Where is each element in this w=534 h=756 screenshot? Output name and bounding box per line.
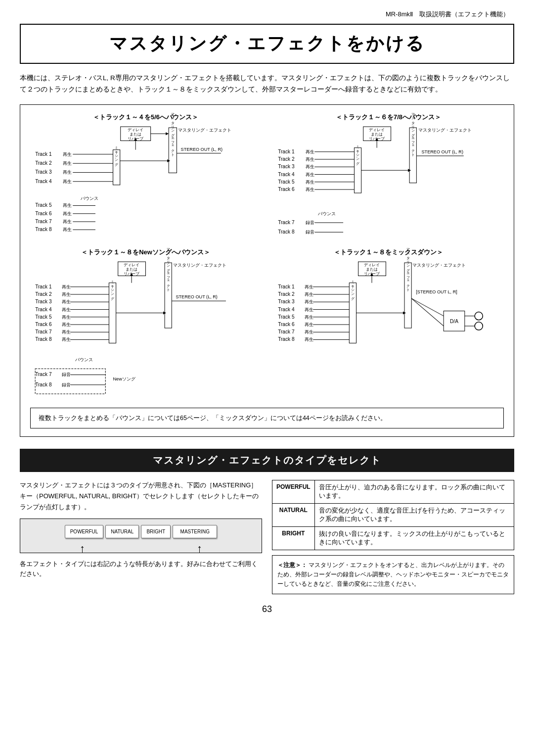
svg-text:Track 5: Track 5 [278,314,295,319]
svg-text:または: または [366,267,378,272]
svg-text:Track 5: Track 5 [35,314,52,319]
svg-text:Track 1: Track 1 [35,284,52,289]
svg-text:Track 5: Track 5 [278,179,295,185]
svg-text:Track 8: Track 8 [35,381,52,387]
keyboard-image: POWERFUL NATURAL BRIGHT MASTERING ↑ ↑ [20,519,262,553]
svg-text:Track 3: Track 3 [35,299,52,304]
svg-text:録音: 録音 [306,230,314,235]
svg-text:Track 8: Track 8 [35,336,52,342]
svg-text:ミキシング: ミキシング [115,144,119,166]
svg-text:再生: 再生 [305,330,313,334]
svg-text:Track 4: Track 4 [278,171,295,177]
natural-label: NATURAL [272,503,315,526]
svg-text:再生: 再生 [62,314,71,319]
diagram-2: ＜トラック１～６を7/8へバウンス＞ ディレイ または リバーブ マスタリング・… [273,113,504,248]
effect-row-powerful: POWERFUL 音圧が上がり、迫力のある音になります。ロック系の曲に向いていま… [272,480,514,503]
svg-text:Track 7: Track 7 [35,329,52,334]
mastering-key[interactable]: MASTERING [173,525,217,538]
svg-marker-6 [166,132,169,135]
diagram-4-svg: ディレイ または リバーブ マスタリング・エフェクト マスタリングエフェクト T… [273,261,504,401]
mastering-arrows: ↑ ↑ [26,539,256,553]
svg-text:再生: 再生 [63,179,72,184]
svg-text:マスタリングエフェクト: マスタリングエフェクト [406,246,410,291]
bright-desc: 抜けの良い音になります。ミックスの仕上がりがこもっているときに向いています。 [314,526,514,550]
note-box: ＜注意＞： マスタリング・エフェクトをオンすると、出力レベルが上がります。そのた… [272,555,514,595]
svg-text:STEREO OUT (L, R): STEREO OUT (L, R) [176,294,218,299]
svg-text:ミキシング: ミキシング [356,143,360,165]
effect-row-natural: NATURAL 音の変化が少なく、適度な音圧上げを行うため、アコースティック系の… [272,503,514,526]
svg-text:マスタリング・エフェクト: マスタリング・エフェクト [173,263,226,268]
mastering-section-title: マスタリング・エフェクトのタイプをセレクト [153,455,381,466]
svg-text:マスタリングエフェクト: マスタリングエフェクト [171,111,175,156]
svg-text:再生: 再生 [63,161,72,166]
svg-text:再生: 再生 [62,322,71,327]
diagram-2-svg: ディレイ または リバーブ マスタリング・エフェクト マスタリングエフェクト T… [273,126,504,246]
svg-point-171 [475,322,483,330]
effect-table: POWERFUL 音圧が上がり、迫力のある音になります。ロック系の曲に向いていま… [272,480,514,550]
svg-text:バウンス: バウンス [75,357,93,362]
svg-text:再生: 再生 [63,170,72,175]
powerful-desc: 音圧が上がり、迫力のある音になります。ロック系の曲に向いています。 [314,480,514,503]
svg-line-172 [411,298,444,316]
svg-text:再生: 再生 [63,219,72,224]
diagram-4: ＜トラック１～８をミックスダウン＞ ディレイ または リバーブ マスタリング・エ… [273,248,504,403]
svg-text:再生: 再生 [305,299,313,304]
svg-text:Track 5: Track 5 [35,202,52,208]
svg-text:録音: 録音 [62,382,71,387]
diagram-1: ＜トラック１～４を5/6へバウンス＞ ディレイ または リバーブ マスタリング・… [30,113,261,248]
svg-text:または: または [130,132,141,137]
diagram-note: 複数トラックをまとめる「バウンス」については65ページ、「ミックスダウン」につい… [30,408,504,428]
svg-text:マスタリング・エフェクト: マスタリング・エフェクト [418,128,472,133]
diagram-3: ＜トラック１～８をNewソングへバウンス＞ ディレイ または リバーブ マスタリ… [30,248,261,403]
svg-point-170 [475,312,483,320]
svg-text:Track 6: Track 6 [278,187,295,192]
right-panel: POWERFUL 音圧が上がり、迫力のある音になります。ロック系の曲に向いていま… [272,480,514,595]
svg-text:再生: 再生 [305,292,313,297]
svg-text:ディレイ: ディレイ [364,263,380,267]
svg-text:マスタリングエフェクト: マスタリングエフェクト [166,246,170,291]
main-title-box: マスタリング・エフェクトをかける [20,24,514,64]
note-content: マスタリング・エフェクトをオンすると、出力レベルが上がります。そのため、外部レコ… [277,562,509,587]
svg-text:マスタリングエフェクト: マスタリングエフェクト [411,111,415,156]
bottom-diagrams: ＜トラック１～８をNewソングへバウンス＞ ディレイ または リバーブ マスタリ… [30,248,504,403]
svg-text:Track 4: Track 4 [35,179,52,184]
effect-row-bright: BRIGHT 抜けの良い音になります。ミックスの仕上がりがこもっているときに向い… [272,526,514,550]
svg-text:Track 1: Track 1 [278,284,295,289]
svg-text:ディレイ: ディレイ [128,128,143,132]
intro-text: 本機には、ステレオ・バスL, R専用のマスタリング・エフェクトを搭載しています。… [20,73,514,95]
powerful-key[interactable]: POWERFUL [65,525,104,538]
svg-text:Track 2: Track 2 [278,291,295,297]
svg-text:Track 2: Track 2 [35,291,52,297]
powerful-label: POWERFUL [272,480,315,503]
svg-text:マスタリング・エフェクト: マスタリング・エフェクト [412,263,466,268]
svg-text:バウンス: バウンス [317,211,336,216]
svg-text:Track 8: Track 8 [278,336,295,342]
mastering-section-header: マスタリング・エフェクトのタイプをセレクト [20,449,514,472]
natural-desc: 音の変化が少なく、適度な音圧上げを行うため、アコースティック系の曲に向いています… [314,503,514,526]
left-panel: マスタリング・エフェクトには３つのタイプが用意され、下図の［MASTERING］… [20,480,262,595]
mastering-description: マスタリング・エフェクトには３つのタイプが用意され、下図の［MASTERING］… [20,480,262,513]
svg-text:録音: 録音 [306,220,314,225]
svg-text:[STEREO OUT L, R]: [STEREO OUT L, R] [416,289,457,294]
diagrams-grid: ＜トラック１～４を5/6へバウンス＞ ディレイ または リバーブ マスタリング・… [30,113,504,248]
diagram-2-title: ＜トラック１～６を7/8へバウンス＞ [273,113,504,122]
natural-key[interactable]: NATURAL [105,525,139,538]
svg-text:再生: 再生 [306,180,314,185]
diagram-3-title: ＜トラック１～８をNewソングへバウンス＞ [30,248,261,257]
svg-text:再生: 再生 [305,322,313,327]
svg-text:バウンス: バウンス [80,196,98,201]
svg-text:D/A: D/A [450,318,458,324]
svg-text:Track 7: Track 7 [35,219,52,224]
bright-key[interactable]: BRIGHT [141,525,171,538]
svg-text:Track 6: Track 6 [35,321,52,327]
svg-text:Newソング: Newソング [113,376,136,381]
svg-text:ミキシング: ミキシング [110,278,114,300]
svg-text:再生: 再生 [306,172,314,177]
note-title: ＜注意＞： [277,562,307,568]
svg-text:Track 2: Track 2 [278,156,295,162]
svg-text:再生: 再生 [305,337,313,342]
svg-text:再生: 再生 [63,211,72,216]
bottom-content: マスタリング・エフェクトには３つのタイプが用意され、下図の［MASTERING］… [20,480,514,595]
page: MR-8mkⅡ 取扱説明書（エフェクト機能） マスタリング・エフェクトをかける … [0,0,534,629]
svg-text:Track 1: Track 1 [278,149,295,154]
